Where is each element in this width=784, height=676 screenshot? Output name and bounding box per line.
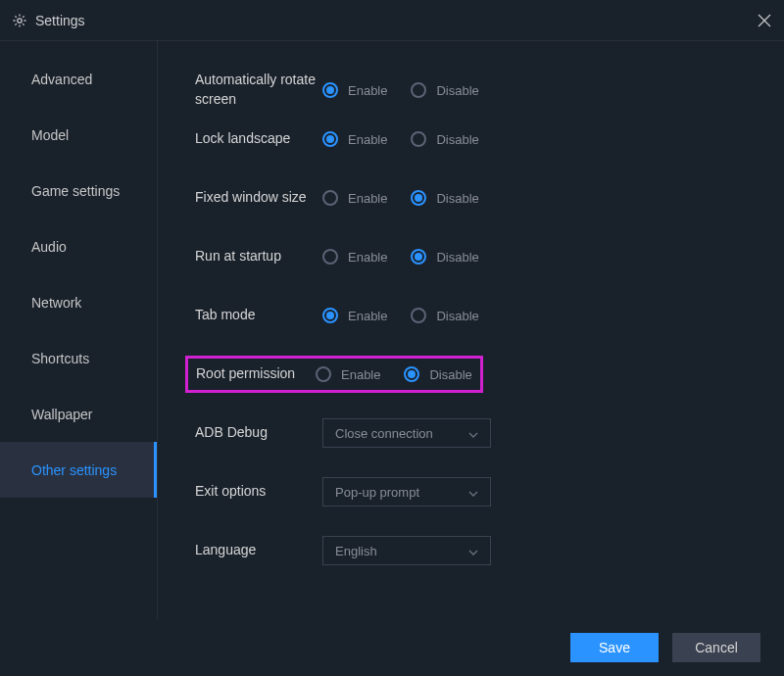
select-value: Pop-up prompt — [335, 485, 419, 500]
radio-enable[interactable]: Enable — [322, 249, 387, 265]
titlebar: Settings — [0, 0, 784, 41]
cancel-button[interactable]: Cancel — [672, 633, 760, 662]
sidebar-item-label: Game settings — [31, 183, 120, 199]
radio-icon — [322, 249, 338, 265]
sidebar-item-network[interactable]: Network — [0, 274, 157, 330]
radio-disable[interactable]: Disable — [411, 190, 478, 206]
radio-label: Enable — [348, 191, 387, 206]
radio-enable[interactable]: Enable — [322, 82, 387, 98]
sidebar-item-label: Model — [31, 127, 69, 143]
chevron-down-icon — [468, 487, 478, 497]
sidebar-item-label: Audio — [31, 239, 67, 255]
highlight-annotation: Root permission Enable Disable — [185, 356, 483, 393]
setting-label: Automatically rotate screen — [195, 71, 322, 109]
radio-icon — [322, 308, 338, 323]
sidebar-item-other-settings[interactable]: Other settings — [0, 442, 157, 498]
setting-label: Exit options — [195, 482, 322, 502]
chevron-down-icon — [468, 546, 478, 555]
radio-icon — [411, 308, 426, 323]
radio-group-tab-mode: Enable Disable — [322, 308, 479, 323]
radio-enable[interactable]: Enable — [322, 308, 387, 323]
radio-label: Enable — [348, 83, 387, 98]
radio-group-root-permission: Enable Disable — [316, 366, 472, 382]
setting-label: Lock landscape — [195, 129, 322, 149]
setting-label: ADB Debug — [195, 423, 322, 443]
radio-disable[interactable]: Disable — [411, 308, 478, 323]
radio-icon — [322, 131, 338, 147]
setting-row-run-startup: Run at startup Enable Disable — [195, 235, 784, 278]
sidebar-item-label: Network — [31, 295, 81, 311]
settings-gear-icon — [12, 13, 27, 28]
radio-group-lock-landscape: Enable Disable — [322, 131, 479, 147]
radio-enable[interactable]: Enable — [316, 366, 380, 382]
select-adb-debug[interactable]: Close connection — [322, 418, 491, 448]
radio-label: Disable — [436, 250, 478, 265]
save-button[interactable]: Save — [570, 633, 659, 662]
setting-row-lock-landscape: Lock landscape Enable Disable — [195, 118, 784, 161]
radio-disable[interactable]: Disable — [404, 366, 471, 382]
setting-row-language: Language English — [195, 529, 784, 572]
sidebar: Advanced Model Game settings Audio Netwo… — [0, 41, 158, 619]
sidebar-item-label: Advanced — [31, 72, 92, 87]
setting-row-tab-mode: Tab mode Enable Disable — [195, 294, 784, 337]
setting-label: Fixed window size — [195, 188, 322, 208]
radio-label: Disable — [436, 132, 478, 147]
footer: Save Cancel — [0, 619, 784, 676]
svg-point-0 — [18, 18, 22, 22]
sidebar-item-label: Shortcuts — [31, 351, 89, 366]
setting-row-root-permission: Root permission Enable Disable — [195, 353, 784, 396]
radio-label: Disable — [429, 367, 471, 382]
select-value: Close connection — [335, 426, 433, 441]
sidebar-item-audio[interactable]: Audio — [0, 218, 157, 274]
content-panel: Automatically rotate screen Enable Disab… — [158, 41, 784, 619]
radio-label: Disable — [436, 309, 478, 323]
radio-disable[interactable]: Disable — [411, 131, 478, 147]
sidebar-item-label: Wallpaper — [31, 407, 93, 422]
setting-label: Tab mode — [195, 306, 322, 325]
radio-label: Enable — [348, 250, 387, 265]
radio-icon — [404, 366, 419, 382]
select-exit-options[interactable]: Pop-up prompt — [322, 477, 491, 507]
radio-label: Enable — [348, 309, 387, 323]
radio-label: Enable — [341, 367, 380, 382]
setting-row-exit-options: Exit options Pop-up prompt — [195, 470, 784, 513]
setting-row-adb-debug: ADB Debug Close connection — [195, 411, 784, 455]
radio-disable[interactable]: Disable — [411, 82, 478, 98]
setting-label: Root permission — [196, 364, 316, 384]
sidebar-item-model[interactable]: Model — [0, 107, 157, 163]
window-title: Settings — [35, 13, 757, 28]
radio-icon — [322, 190, 338, 206]
sidebar-item-game-settings[interactable]: Game settings — [0, 163, 157, 218]
radio-icon — [411, 131, 426, 147]
sidebar-item-wallpaper[interactable]: Wallpaper — [0, 386, 157, 442]
radio-icon — [411, 190, 426, 206]
radio-enable[interactable]: Enable — [322, 131, 387, 147]
select-value: English — [335, 544, 377, 558]
select-language[interactable]: English — [322, 536, 491, 565]
setting-row-fixed-window: Fixed window size Enable Disable — [195, 176, 784, 219]
radio-group-auto-rotate: Enable Disable — [322, 82, 479, 98]
radio-icon — [411, 249, 426, 265]
radio-group-run-startup: Enable Disable — [322, 249, 479, 265]
body-area: Advanced Model Game settings Audio Netwo… — [0, 41, 784, 619]
sidebar-item-shortcuts[interactable]: Shortcuts — [0, 330, 157, 386]
radio-label: Disable — [436, 191, 478, 206]
setting-label: Language — [195, 541, 322, 560]
sidebar-item-advanced[interactable]: Advanced — [0, 51, 157, 107]
radio-group-fixed-window: Enable Disable — [322, 190, 479, 206]
radio-icon — [316, 366, 331, 382]
radio-label: Disable — [436, 83, 478, 98]
radio-icon — [322, 82, 338, 98]
radio-label: Enable — [348, 132, 387, 147]
radio-disable[interactable]: Disable — [411, 249, 478, 265]
radio-icon — [411, 82, 426, 98]
sidebar-item-label: Other settings — [31, 462, 117, 478]
radio-enable[interactable]: Enable — [322, 190, 387, 206]
chevron-down-icon — [468, 428, 478, 438]
close-icon[interactable] — [757, 13, 772, 28]
setting-row-auto-rotate: Automatically rotate screen Enable Disab… — [195, 69, 784, 112]
setting-label: Run at startup — [195, 247, 322, 266]
